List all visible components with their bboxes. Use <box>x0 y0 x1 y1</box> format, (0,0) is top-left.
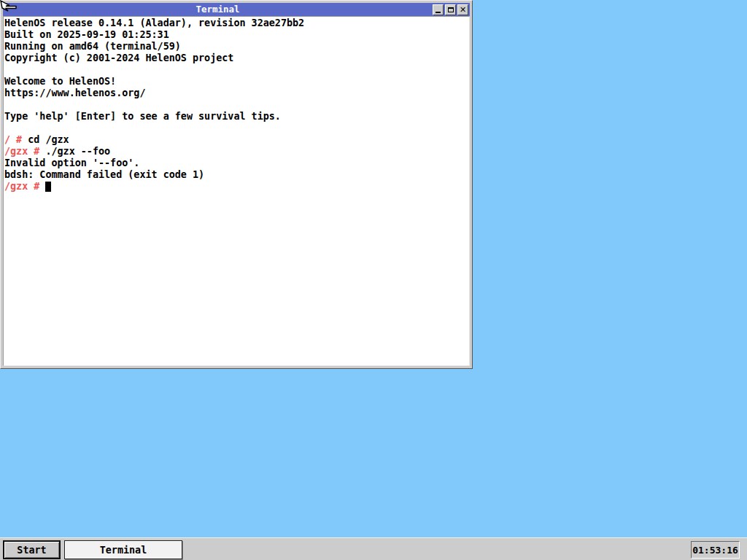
terminal-line: HelenOS release 0.14.1 (Aladar), revisio… <box>4 18 469 29</box>
terminal-line <box>4 122 469 134</box>
taskbar: Start Terminal 01:53:16 <box>0 537 747 560</box>
clock-value: 01:53:16 <box>692 545 738 556</box>
taskbar-item-label: Terminal <box>100 545 147 556</box>
minimize-button[interactable] <box>433 4 444 15</box>
mouse-pointer-icon <box>0 0 19 15</box>
terminal-line: Type 'help' [Enter] to see a few surviva… <box>4 111 469 122</box>
terminal-line <box>4 64 469 76</box>
terminal-line: Copyright (c) 2001-2024 HelenOS project <box>4 52 469 64</box>
window-title: Terminal <box>3 3 433 16</box>
taskbar-clock: 01:53:16 <box>691 541 740 559</box>
terminal-line: Built on 2025-09-19 01:25:31 <box>4 29 469 41</box>
terminal-line: bdsh: Command failed (exit code 1) <box>4 169 469 181</box>
taskbar-item-terminal[interactable]: Terminal <box>64 540 182 559</box>
terminal-line: Running on amd64 (terminal/59) <box>4 41 469 52</box>
start-button[interactable]: Start <box>3 540 61 559</box>
terminal-line: / # cd /gzx <box>4 134 469 146</box>
maximize-button[interactable] <box>445 4 456 15</box>
desktop: { "desktop": { "background_color": "#81c… <box>0 0 747 560</box>
text-cursor <box>45 182 51 192</box>
terminal-line: Invalid option '--foo'. <box>4 158 469 169</box>
close-icon: ✕ <box>460 6 466 14</box>
terminal-output[interactable]: HelenOS release 0.14.1 (Aladar), revisio… <box>3 16 470 366</box>
terminal-line: /gzx # <box>4 181 469 192</box>
terminal-line <box>4 99 469 111</box>
maximize-icon <box>448 7 454 12</box>
terminal-window: Terminal ✕ HelenOS release 0.14.1 (Alada… <box>0 0 473 369</box>
terminal-line: Welcome to HelenOS! <box>4 76 469 88</box>
start-button-label: Start <box>17 545 46 556</box>
window-titlebar[interactable]: Terminal ✕ <box>3 3 470 16</box>
window-controls: ✕ <box>433 4 470 15</box>
terminal-line: /gzx # ./gzx --foo <box>4 146 469 158</box>
terminal-line: https://www.helenos.org/ <box>4 88 469 99</box>
minimize-icon <box>436 12 441 13</box>
close-button[interactable]: ✕ <box>457 4 468 15</box>
